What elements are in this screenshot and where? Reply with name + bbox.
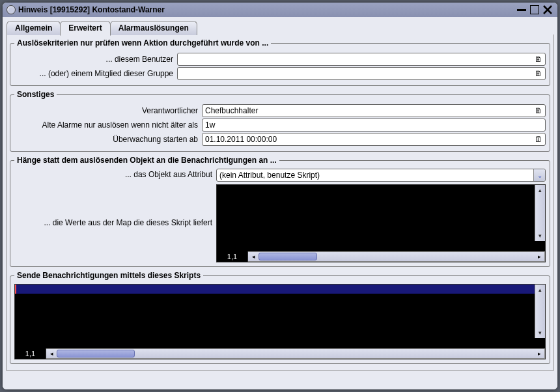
label-user: ... diesem Benutzer xyxy=(14,55,177,64)
lookup-group-icon[interactable]: 🗎 xyxy=(533,68,544,79)
tab-extended[interactable]: Erweitert xyxy=(60,21,110,36)
lookup-user-icon[interactable]: 🗎 xyxy=(533,54,544,64)
select-attribute-value: (kein Attribut, benutze Skript) xyxy=(219,171,320,180)
hscrollbar-map[interactable]: ◂ ▸ xyxy=(248,251,545,262)
scroll-down-icon[interactable]: ▾ xyxy=(535,328,545,338)
tab-panel-extended: Auslösekriterien nur prüfen wenn Aktion … xyxy=(7,35,553,371)
label-map-script: ... die Werte aus der Map die dieses Skr… xyxy=(14,218,212,227)
scroll-left-icon[interactable]: ◂ xyxy=(248,252,259,261)
svg-rect-0 xyxy=(517,9,526,11)
tab-general[interactable]: Allgemein xyxy=(7,21,61,35)
tab-alarm-triggers[interactable]: Alarmauslösungen xyxy=(110,21,197,35)
chevron-down-icon[interactable]: ⌄ xyxy=(533,169,545,181)
content-area: Allgemein Erweitert Alarmauslösungen Aus… xyxy=(3,17,557,389)
scroll-right-icon[interactable]: ▸ xyxy=(534,349,544,358)
group-criteria: Auslösekriterien nur prüfen wenn Aktion … xyxy=(10,38,550,86)
input-user[interactable] xyxy=(177,53,546,66)
tab-bar: Allgemein Erweitert Alarmauslösungen xyxy=(7,20,553,35)
script-editor-map[interactable]: ▴ ▾ 1,1 ◂ xyxy=(216,184,546,262)
titlebar[interactable]: Hinweis [19915292] Kontostand-Warner xyxy=(3,3,557,17)
scroll-up-icon[interactable]: ▴ xyxy=(535,185,545,195)
calendar-icon[interactable]: 🗓 xyxy=(533,134,544,145)
scroll-up-icon[interactable]: ▴ xyxy=(535,285,545,295)
input-start-date[interactable] xyxy=(202,133,546,146)
text-cursor xyxy=(15,285,16,294)
scroll-left-icon[interactable]: ◂ xyxy=(46,349,57,358)
label-group: ... (oder) einem Mitglied dieser Gruppe xyxy=(14,69,177,78)
editor-cursor-pos-map: 1,1 xyxy=(217,251,248,262)
svg-rect-1 xyxy=(530,5,539,14)
scroll-down-icon[interactable]: ▾ xyxy=(535,231,545,241)
app-icon xyxy=(7,5,16,14)
editor-cursor-pos-send: 1,1 xyxy=(15,348,46,359)
vscrollbar-send[interactable]: ▴ ▾ xyxy=(535,285,545,338)
scroll-right-icon[interactable]: ▸ xyxy=(534,252,544,261)
label-start: Überwachung starten ab xyxy=(14,135,202,144)
group-send-legend: Sende Benachrichtigungen mittels dieses … xyxy=(14,271,203,280)
group-misc: Sonstiges Verantwortlicher 🗎 Alte Alarme… xyxy=(10,90,550,152)
label-attr: ... das Objekt aus Attribut xyxy=(14,170,212,179)
input-group[interactable] xyxy=(177,67,546,80)
maximize-button[interactable] xyxy=(529,5,540,15)
dialog-window: Hinweis [19915292] Kontostand-Warner All… xyxy=(3,3,557,389)
close-button[interactable] xyxy=(542,5,553,15)
lookup-responsible-icon[interactable]: 🗎 xyxy=(533,105,544,116)
vscrollbar-map[interactable]: ▴ ▾ xyxy=(535,185,545,241)
select-attribute[interactable]: (kein Attribut, benutze Skript) ⌄ xyxy=(216,169,546,182)
hscrollbar-send[interactable]: ◂ ▸ xyxy=(46,348,545,359)
group-attach: Hänge statt dem auslösenden Objekt an di… xyxy=(10,156,550,267)
input-responsible[interactable] xyxy=(202,104,546,117)
input-age[interactable] xyxy=(202,119,546,132)
minimize-button[interactable] xyxy=(516,5,527,15)
window-title: Hinweis [19915292] Kontostand-Warner xyxy=(18,5,165,14)
group-criteria-legend: Auslösekriterien nur prüfen wenn Aktion … xyxy=(14,38,271,48)
label-age: Alte Alarme nur auslösen wenn nicht älte… xyxy=(14,120,202,130)
group-misc-legend: Sonstiges xyxy=(14,90,57,99)
group-attach-legend: Hänge statt dem auslösenden Objekt an di… xyxy=(14,156,279,165)
group-send-script: Sende Benachrichtigungen mittels dieses … xyxy=(10,271,550,364)
label-responsible: Verantwortlicher xyxy=(14,106,202,115)
script-editor-send[interactable]: ▴ ▾ 1,1 ◂ ▸ xyxy=(14,284,546,359)
